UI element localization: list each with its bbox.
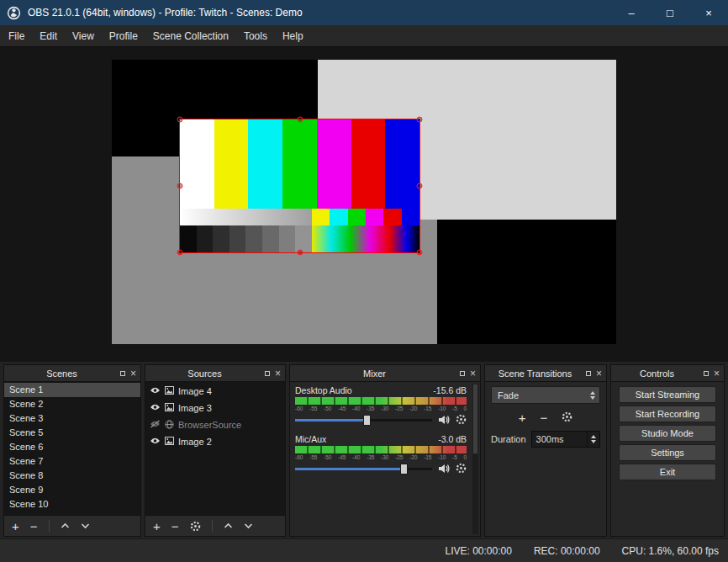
source-row[interactable]: Image 4 bbox=[145, 383, 285, 400]
image-type-icon bbox=[165, 403, 174, 413]
scene-list-item[interactable]: Scene 7 bbox=[4, 454, 140, 469]
canvas-black-rect-bottom-right bbox=[437, 220, 616, 344]
add-scene-button[interactable]: + bbox=[12, 520, 19, 533]
scene-canvas bbox=[112, 60, 616, 344]
source-name: Image 2 bbox=[178, 437, 212, 447]
float-dock-icon[interactable] bbox=[459, 370, 466, 377]
move-source-up-button[interactable] bbox=[224, 522, 233, 529]
volume-slider[interactable] bbox=[295, 463, 432, 475]
remove-source-button[interactable]: − bbox=[171, 520, 179, 533]
add-transition-button[interactable]: + bbox=[519, 411, 526, 424]
maximize-button[interactable]: □ bbox=[651, 0, 689, 25]
resize-handle-top-left[interactable] bbox=[177, 117, 183, 123]
speaker-icon[interactable] bbox=[438, 413, 450, 428]
mixer-panel-header[interactable]: Mixer × bbox=[290, 365, 480, 382]
source-list: Image 4 Image 3 BrowserSource Image 2 bbox=[145, 382, 285, 515]
close-dock-icon[interactable]: × bbox=[470, 368, 476, 379]
browser-type-icon bbox=[165, 420, 174, 431]
volume-meter bbox=[295, 446, 467, 453]
close-dock-icon[interactable]: × bbox=[130, 368, 136, 379]
remove-transition-button[interactable]: − bbox=[541, 411, 548, 424]
image-type-icon bbox=[165, 386, 174, 396]
float-dock-icon[interactable] bbox=[585, 370, 592, 377]
float-dock-icon[interactable] bbox=[119, 370, 126, 377]
menu-scene-collection[interactable]: Scene Collection bbox=[145, 27, 236, 45]
source-row[interactable]: Image 2 bbox=[145, 433, 285, 450]
duration-value: 300ms bbox=[536, 434, 587, 444]
selected-source-colorbars[interactable] bbox=[179, 119, 420, 253]
sources-panel-header[interactable]: Sources × bbox=[145, 365, 285, 382]
transition-select[interactable]: Fade bbox=[491, 386, 600, 404]
remove-scene-button[interactable]: − bbox=[30, 520, 38, 533]
close-dock-icon[interactable]: × bbox=[596, 368, 602, 379]
resize-handle-left[interactable] bbox=[177, 183, 183, 189]
volume-slider-handle[interactable] bbox=[400, 464, 408, 475]
move-source-down-button[interactable] bbox=[244, 522, 253, 529]
visibility-eye-icon[interactable] bbox=[150, 437, 161, 447]
settings-button[interactable]: Settings bbox=[619, 444, 716, 461]
scenes-panel: Scenes × Scene 1 Scene 2 Scene 3 Scene 5… bbox=[3, 364, 141, 537]
combo-arrows-icon[interactable] bbox=[585, 387, 599, 403]
start-streaming-button[interactable]: Start Streaming bbox=[619, 386, 716, 403]
visibility-eye-icon[interactable] bbox=[150, 403, 161, 413]
source-row[interactable]: BrowserSource bbox=[145, 416, 285, 433]
resize-handle-bottom[interactable] bbox=[297, 250, 303, 256]
dock-row: Scenes × Scene 1 Scene 2 Scene 3 Scene 5… bbox=[0, 362, 728, 538]
scene-list-item[interactable]: Scene 5 bbox=[4, 426, 140, 440]
visibility-eye-icon[interactable] bbox=[150, 386, 161, 396]
controls-panel-header[interactable]: Controls × bbox=[611, 365, 724, 382]
scene-list-item[interactable]: Scene 3 bbox=[4, 411, 140, 426]
sources-toolbar: + − bbox=[145, 515, 285, 536]
mixer-scrollbar[interactable] bbox=[472, 384, 478, 534]
add-source-button[interactable]: + bbox=[153, 520, 161, 533]
menu-profile[interactable]: Profile bbox=[102, 27, 145, 45]
menu-edit[interactable]: Edit bbox=[32, 27, 65, 45]
float-dock-icon[interactable] bbox=[264, 370, 271, 377]
scene-list-item[interactable]: Scene 2 bbox=[4, 397, 140, 411]
scene-list-item[interactable]: Scene 6 bbox=[4, 440, 140, 454]
resize-handle-top-right[interactable] bbox=[417, 117, 423, 123]
channel-level: -3.0 dB bbox=[438, 434, 467, 444]
volume-slider[interactable] bbox=[295, 414, 432, 427]
menu-view[interactable]: View bbox=[65, 27, 102, 45]
transitions-panel-header[interactable]: Scene Transitions × bbox=[485, 365, 606, 382]
menu-help[interactable]: Help bbox=[275, 27, 311, 45]
volume-slider-handle[interactable] bbox=[363, 415, 371, 426]
visibility-eye-slash-icon[interactable] bbox=[150, 420, 161, 430]
close-dock-icon[interactable]: × bbox=[275, 368, 281, 379]
menu-tools[interactable]: Tools bbox=[236, 27, 275, 45]
resize-handle-bottom-right[interactable] bbox=[417, 250, 423, 256]
mixer-db-scale: -60-55-50-45-40-35-30-25-20-15-10-50 bbox=[295, 406, 467, 411]
spinbox-arrows-icon[interactable] bbox=[587, 432, 599, 447]
studio-mode-button[interactable]: Studio Mode bbox=[619, 425, 716, 442]
close-button[interactable]: × bbox=[689, 0, 728, 25]
start-recording-button[interactable]: Start Recording bbox=[619, 406, 716, 422]
move-scene-up-button[interactable] bbox=[61, 522, 70, 529]
duration-spinbox[interactable]: 300ms bbox=[531, 431, 600, 448]
scene-list-item[interactable]: Scene 9 bbox=[4, 483, 140, 497]
exit-button[interactable]: Exit bbox=[619, 464, 716, 480]
float-dock-icon[interactable] bbox=[703, 370, 710, 377]
close-dock-icon[interactable]: × bbox=[714, 368, 720, 379]
transition-properties-gear-icon[interactable] bbox=[562, 411, 572, 424]
minimize-button[interactable]: – bbox=[612, 0, 651, 25]
duration-label: Duration bbox=[491, 434, 526, 444]
resize-handle-bottom-left[interactable] bbox=[177, 250, 183, 256]
scene-list-item[interactable]: Scene 8 bbox=[4, 469, 140, 483]
source-row[interactable]: Image 3 bbox=[145, 400, 285, 416]
channel-settings-gear-icon[interactable] bbox=[456, 413, 467, 428]
transitions-panel-title: Scene Transitions bbox=[485, 368, 585, 379]
menu-file[interactable]: File bbox=[1, 27, 32, 45]
move-scene-down-button[interactable] bbox=[81, 522, 90, 529]
scene-list-item[interactable]: Scene 1 bbox=[4, 383, 140, 397]
channel-settings-gear-icon[interactable] bbox=[456, 462, 467, 477]
speaker-icon[interactable] bbox=[438, 462, 450, 477]
titlebar[interactable]: OBS 21.0.1 (64bit, windows) - Profile: T… bbox=[0, 0, 728, 25]
scenes-panel-header[interactable]: Scenes × bbox=[4, 365, 140, 382]
scene-list-item[interactable]: Scene 10 bbox=[4, 497, 140, 512]
resize-handle-top[interactable] bbox=[297, 117, 303, 123]
resize-handle-right[interactable] bbox=[417, 183, 423, 189]
colorbars-main bbox=[180, 119, 419, 209]
source-properties-gear-icon[interactable] bbox=[190, 521, 201, 532]
transitions-body: Fade + − Duration 300ms bbox=[485, 382, 606, 536]
